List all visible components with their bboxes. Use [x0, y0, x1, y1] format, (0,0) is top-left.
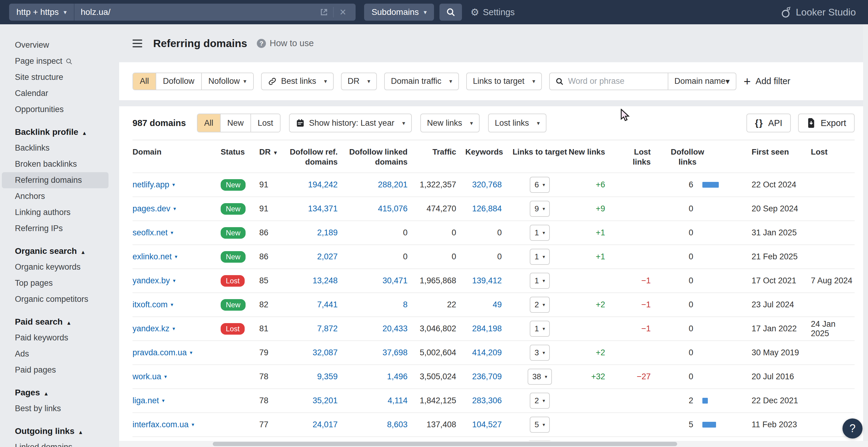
- view-all-tab[interactable]: All: [197, 114, 221, 132]
- filter-dofollow-tab[interactable]: Dofollow: [156, 73, 202, 90]
- target-input[interactable]: holz.ua/ ×: [74, 4, 355, 21]
- links-to-target-select[interactable]: 1▾: [530, 321, 550, 337]
- sidebar-item-backlinks[interactable]: Backlinks: [0, 140, 119, 156]
- domain-caret-icon[interactable]: ▾: [171, 230, 174, 236]
- horizontal-scrollbar-thumb[interactable]: [213, 442, 677, 446]
- domain-caret-icon[interactable]: ▾: [173, 278, 176, 284]
- col-keywords[interactable]: Keywords: [465, 147, 511, 167]
- dofollow-ref-domains-value[interactable]: 2,189: [286, 228, 347, 238]
- domain-caret-icon[interactable]: ▾: [173, 325, 175, 332]
- sidebar-group-outgoing-links[interactable]: Outgoing links ▴: [0, 423, 119, 439]
- sidebar-item-top-pages[interactable]: Top pages: [0, 275, 119, 291]
- filter-nofollow-tab[interactable]: Nofollow▾: [202, 73, 253, 90]
- best-links-filter[interactable]: Best links▾: [261, 73, 334, 90]
- dofollow-linked-domains-value[interactable]: 30,471: [347, 276, 417, 285]
- view-lost-tab[interactable]: Lost: [251, 114, 280, 132]
- phrase-search-input[interactable]: [568, 76, 656, 86]
- domain-caret-icon[interactable]: ▾: [171, 302, 174, 308]
- domain-link[interactable]: work.ua▾: [132, 372, 167, 381]
- sidebar-item-best-by-links[interactable]: Best by links: [0, 401, 119, 417]
- dofollow-linked-domains-value[interactable]: 415,076: [347, 204, 417, 213]
- sidebar-item-opportunities[interactable]: Opportunities: [0, 101, 119, 117]
- domain-link[interactable]: interfax.com.ua▾: [132, 420, 194, 429]
- links-to-target-select[interactable]: 6▾: [530, 177, 550, 193]
- sidebar-item-site-structure[interactable]: Site structure: [0, 69, 119, 85]
- col-dr[interactable]: DR ▼: [256, 147, 286, 167]
- clear-target-icon[interactable]: ×: [336, 5, 349, 19]
- keywords-value[interactable]: 284,198: [465, 324, 511, 334]
- dofollow-linked-domains-value[interactable]: 1,496: [347, 372, 417, 381]
- dr-filter[interactable]: DR▾: [341, 73, 377, 90]
- col-new-links[interactable]: New links: [569, 147, 614, 167]
- search-field-select[interactable]: Domain name▾: [668, 73, 736, 90]
- sidebar-item-organic-competitors[interactable]: Organic competitors: [0, 291, 119, 307]
- dofollow-ref-domains-value[interactable]: 194,242: [286, 180, 347, 190]
- domain-link[interactable]: yandex.by▾: [132, 276, 176, 285]
- domain-caret-icon[interactable]: ▾: [190, 349, 193, 356]
- dofollow-ref-domains-value[interactable]: 134,371: [286, 204, 347, 213]
- sidebar-item-organic-keywords[interactable]: Organic keywords: [0, 259, 119, 275]
- dofollow-ref-domains-value[interactable]: 7,872: [286, 324, 347, 334]
- new-links-select[interactable]: New links▾: [420, 113, 479, 132]
- sidebar-item-broken-backlinks[interactable]: Broken backlinks: [0, 156, 119, 172]
- protocol-select[interactable]: http + https ▾: [9, 4, 74, 21]
- domain-caret-icon[interactable]: ▾: [172, 182, 175, 188]
- links-to-target-select[interactable]: 1▾: [530, 273, 550, 289]
- sidebar-item-anchors[interactable]: Anchors: [0, 188, 119, 204]
- dofollow-ref-domains-value[interactable]: 24,017: [286, 420, 347, 429]
- sidebar-item-paid-pages[interactable]: Paid pages: [0, 362, 119, 378]
- domain-link[interactable]: seoflx.net▾: [132, 228, 173, 238]
- vertical-scrollbar[interactable]: [863, 24, 868, 447]
- menu-icon[interactable]: [132, 39, 142, 47]
- links-to-target-select[interactable]: 9▾: [530, 201, 550, 217]
- links-to-target-select[interactable]: 2▾: [530, 393, 550, 409]
- domain-caret-icon[interactable]: ▾: [192, 421, 194, 428]
- dofollow-linked-domains-value[interactable]: 20,433: [347, 324, 417, 334]
- dofollow-ref-domains-value[interactable]: 2,027: [286, 252, 347, 262]
- show-history-select[interactable]: Show history: Last year▾: [289, 113, 412, 132]
- links-to-target-select[interactable]: 2▾: [530, 297, 550, 313]
- api-button[interactable]: {} API: [746, 113, 791, 132]
- filter-all-tab[interactable]: All: [133, 73, 156, 90]
- sidebar-item-calendar[interactable]: Calendar: [0, 85, 119, 101]
- dofollow-ref-domains-value[interactable]: 35,201: [286, 396, 347, 405]
- keywords-value[interactable]: 104,527: [465, 420, 511, 429]
- keywords-value[interactable]: 320,768: [465, 180, 511, 190]
- col-lost-links[interactable]: Lost links: [614, 147, 660, 167]
- sidebar-item-overview[interactable]: Overview: [0, 37, 119, 53]
- add-filter-button[interactable]: + Add filter: [744, 75, 790, 88]
- keywords-value[interactable]: 414,209: [465, 348, 511, 357]
- sidebar-group-organic-search[interactable]: Organic search ▴: [0, 243, 119, 259]
- domain-caret-icon[interactable]: ▾: [162, 398, 165, 404]
- dofollow-ref-domains-value[interactable]: 9,359: [286, 372, 347, 381]
- domain-link[interactable]: yandex.kz▾: [132, 324, 175, 334]
- domain-link[interactable]: exlinko.net▾: [132, 252, 178, 262]
- dofollow-linked-domains-value[interactable]: 4,114: [347, 396, 417, 405]
- sidebar-item-paid-keywords[interactable]: Paid keywords: [0, 330, 119, 346]
- domain-link[interactable]: pages.dev▾: [132, 204, 176, 213]
- col-dofollow-linked-domains[interactable]: Dofollow linked domains: [347, 147, 417, 167]
- sidebar-group-backlink-profile[interactable]: Backlink profile ▴: [0, 124, 119, 140]
- looker-studio-brand[interactable]: Looker Studio: [781, 6, 856, 18]
- domain-traffic-filter[interactable]: Domain traffic▾: [384, 73, 459, 90]
- sidebar-item-referring-ips[interactable]: Referring IPs: [0, 220, 119, 237]
- domain-caret-icon[interactable]: ▾: [164, 374, 167, 380]
- links-to-target-filter[interactable]: Links to target▾: [466, 73, 542, 90]
- col-domain[interactable]: Domain: [132, 147, 221, 167]
- domain-link[interactable]: itxoft.com▾: [132, 300, 173, 309]
- col-lost[interactable]: Lost: [800, 147, 855, 167]
- links-to-target-select[interactable]: 38▾: [528, 369, 552, 385]
- dofollow-linked-domains-value[interactable]: 288,201: [347, 180, 417, 190]
- dofollow-linked-domains-value[interactable]: 8,603: [347, 420, 417, 429]
- domain-link[interactable]: netlify.app▾: [132, 180, 175, 190]
- col-links-to-target[interactable]: Links to target: [511, 147, 569, 167]
- export-button[interactable]: Export: [798, 113, 855, 132]
- settings-button[interactable]: ⚙ Settings: [470, 6, 515, 18]
- col-status[interactable]: Status: [221, 147, 256, 167]
- scope-select[interactable]: Subdomains ▾: [364, 4, 434, 21]
- sidebar-item-page-inspect[interactable]: Page inspect: [0, 53, 119, 69]
- lost-links-select[interactable]: Lost links▾: [488, 113, 547, 132]
- sidebar-item-linking-authors[interactable]: Linking authors: [0, 204, 119, 220]
- keywords-value[interactable]: 139,412: [465, 276, 511, 285]
- col-dofollow-ref-domains[interactable]: Dofollow ref. domains: [286, 147, 347, 167]
